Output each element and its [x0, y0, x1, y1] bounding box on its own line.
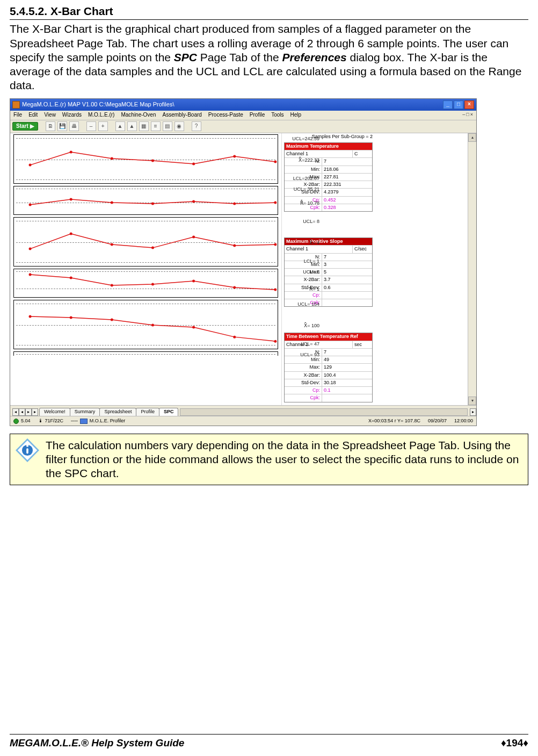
sp3-n: 7 — [322, 349, 372, 356]
svg-point-12 — [233, 202, 236, 205]
sp2-max: 5 — [322, 269, 372, 276]
svg-point-11 — [192, 200, 195, 203]
menu-mole[interactable]: M.O.L.E.(r) — [88, 112, 114, 119]
worksheet-tabs[interactable]: ◂ ◂ ▸ ▸ Welcome! Summary Spreadsheet Pro… — [10, 405, 476, 416]
menubar[interactable]: File Edit View Wizards M.O.L.E.(r) Machi… — [10, 111, 476, 120]
c2-ucl-label: UCL= 35.21 — [294, 186, 319, 192]
thermometer-icon: 🌡 — [38, 418, 43, 424]
footer-guide-title: MEGAM.O.L.E.® Help System Guide — [10, 737, 184, 750]
chart-xbar-3: UCL= 154 X̄= 100 LCL= 47 — [13, 300, 278, 349]
start-button[interactable]: Start ▶ — [12, 122, 38, 131]
print-icon[interactable]: 🖶 — [69, 121, 79, 131]
tool-a-icon[interactable]: ▲ — [115, 121, 125, 131]
window-titlebar[interactable]: MegaM.O.L.E.(r) MAP V1.00 C:\MegaMOLE Ma… — [10, 99, 476, 111]
info-note: The calculation numbers vary depending o… — [10, 434, 528, 486]
chart-xbar-1: UCL=242.59 X̄=222.33 LCL=202.07 — [13, 134, 278, 184]
chart-xbar-2: UCL= 8 X̄= 4 LCL= 1 — [13, 217, 278, 267]
profiler-icon — [80, 419, 88, 424]
sp1-cp: 0.452 — [322, 197, 372, 204]
status-time: 12:00:00 — [454, 418, 473, 424]
svg-point-25 — [192, 279, 195, 282]
scroll-up-icon[interactable]: ▴ — [468, 133, 476, 142]
menu-profile[interactable]: Profile — [250, 112, 265, 119]
menu-view[interactable]: View — [44, 112, 56, 119]
blank-area — [375, 133, 468, 405]
chart-column: UCL=242.59 X̄=222.33 LCL=202.07 UCL= 35.… — [10, 133, 281, 405]
status-xy: X=00:03:54 r Y= 107.8C — [368, 418, 420, 424]
tab-nav-last-icon[interactable]: ▸ — [32, 408, 38, 416]
tab-nav-first-icon[interactable]: ◂ — [12, 408, 19, 416]
c1-ucl-label: UCL=242.59 — [292, 136, 319, 142]
zoom-in-icon[interactable]: + — [98, 121, 108, 131]
vertical-scrollbar[interactable]: ▴ ▾ — [468, 133, 476, 405]
mdi-restore-icon[interactable]: – — [462, 112, 465, 118]
app-icon — [12, 101, 20, 109]
tab-spc[interactable]: SPC — [159, 408, 179, 415]
tab-spreadsheet[interactable]: Spreadsheet — [99, 408, 136, 415]
menu-process-paste[interactable]: Process-Paste — [208, 112, 243, 119]
intro-paragraph: The X-Bar Chart is the graphical chart p… — [10, 22, 528, 92]
svg-point-9 — [111, 201, 113, 204]
page-footer: MEGAM.O.L.E.® Help System Guide ♦194♦ — [10, 734, 528, 750]
tab-profile[interactable]: Profile — [136, 408, 159, 415]
menu-wizards[interactable]: Wizards — [62, 112, 82, 119]
menu-assembly-board[interactable]: Assembly-Board — [162, 112, 201, 119]
svg-point-38 — [26, 444, 28, 447]
sp2-cp — [322, 292, 372, 299]
svg-point-30 — [111, 318, 113, 321]
save-icon[interactable]: 💾 — [57, 121, 67, 131]
tool-b-icon[interactable]: ▲ — [127, 121, 137, 131]
mdi-close-icon[interactable]: × — [470, 112, 473, 118]
sp2-x2bar: 3.7 — [322, 276, 372, 283]
tab-nav-next-icon[interactable]: ▸ — [25, 408, 32, 416]
sp3-x2bar: 100.4 — [322, 372, 372, 379]
toolbar[interactable]: Start ▶ 🗎 💾 🖶 – + ▲ ▲ ▦ ≡ ▤ ◉ ? — [10, 120, 476, 133]
svg-point-1 — [70, 150, 72, 153]
mdi-max-icon[interactable]: □ — [466, 112, 469, 118]
svg-point-28 — [29, 315, 32, 318]
menu-tools[interactable]: Tools — [271, 112, 283, 119]
svg-point-18 — [192, 235, 195, 238]
tab-summary[interactable]: Summary — [70, 408, 100, 415]
sp2-n: 7 — [322, 254, 372, 261]
svg-point-29 — [70, 316, 72, 319]
maximize-button[interactable]: □ — [454, 100, 463, 109]
svg-point-22 — [70, 276, 72, 279]
svg-point-7 — [29, 203, 32, 206]
tool-f-icon[interactable]: ◉ — [175, 121, 184, 131]
c1-lcl-label: LCL=202.07 — [293, 176, 319, 182]
sp1-unit: C — [353, 150, 372, 157]
tool-c-icon[interactable]: ▦ — [139, 121, 149, 131]
svg-point-10 — [151, 202, 154, 205]
new-icon[interactable]: 🗎 — [46, 121, 55, 131]
sp1-header: Maximum Temperature — [285, 143, 372, 150]
svg-point-2 — [111, 157, 113, 160]
horizontal-scrollbar[interactable] — [180, 408, 468, 416]
chart-clipped: UCL= 93 — [13, 351, 278, 356]
c5-center-label: X̄= 100 — [304, 323, 319, 329]
menu-machine-oven[interactable]: Machine-Oven — [121, 112, 156, 119]
tool-e-icon[interactable]: ▤ — [163, 121, 172, 131]
tab-nav-prev-icon[interactable]: ◂ — [19, 408, 25, 416]
menu-file[interactable]: File — [13, 112, 22, 119]
svg-point-23 — [111, 284, 113, 286]
tool-d-icon[interactable]: ≡ — [151, 121, 161, 131]
sp2-cpk — [322, 299, 372, 306]
menu-edit[interactable]: Edit — [28, 112, 38, 119]
hscroll-right-icon[interactable]: ▸ — [470, 408, 476, 416]
minimize-button[interactable]: _ — [443, 100, 453, 109]
c3-ucl-label: UCL= 8 — [303, 219, 319, 225]
sp3-min: 49 — [322, 356, 372, 363]
tab-welcome[interactable]: Welcome! — [39, 408, 70, 415]
close-button[interactable]: × — [464, 100, 474, 109]
intro-part-b: Page Tab of the — [197, 51, 282, 63]
c5-lcl-label: LCL= 47 — [301, 341, 319, 347]
menu-help[interactable]: Help — [290, 112, 302, 119]
info-note-text: The calculation numbers vary depending o… — [46, 438, 522, 481]
svg-point-13 — [274, 201, 277, 204]
svg-point-19 — [233, 244, 236, 247]
svg-rect-37 — [26, 448, 28, 453]
scroll-down-icon[interactable]: ▾ — [468, 397, 476, 405]
help-icon[interactable]: ? — [192, 121, 201, 131]
zoom-out-icon[interactable]: – — [86, 121, 96, 131]
